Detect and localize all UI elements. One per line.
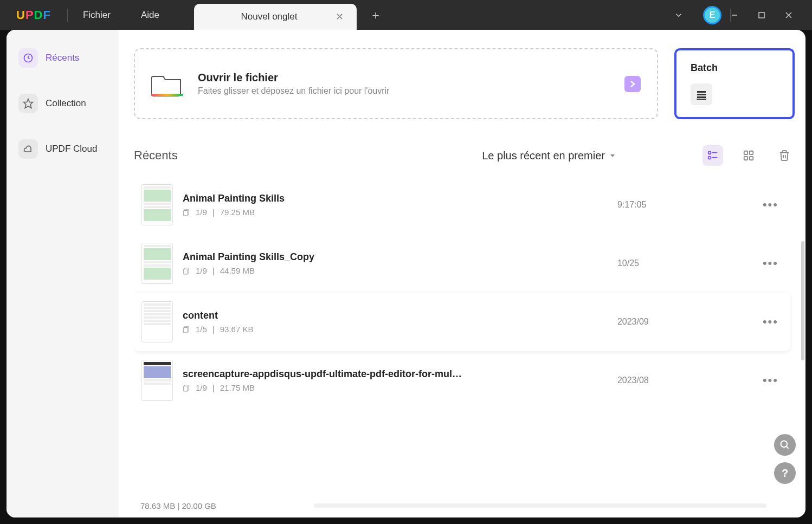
file-thumbnail [141, 301, 173, 342]
app-logo: UPDF [0, 8, 67, 22]
file-thumbnail [141, 184, 173, 225]
star-icon [18, 94, 38, 113]
svg-rect-1 [759, 12, 764, 18]
file-date: 10/25 [617, 258, 758, 268]
svg-rect-16 [750, 151, 753, 154]
tab-new[interactable]: Nouvel onglet ✕ [194, 4, 357, 30]
file-name: content [183, 310, 465, 321]
svg-rect-24 [184, 327, 188, 332]
file-thumbnail [141, 243, 173, 284]
help-button[interactable]: ? [774, 462, 796, 484]
sidebar-item-cloud[interactable]: UPDF Cloud [14, 134, 111, 164]
trash-icon [778, 150, 790, 161]
file-date: 9:17:05 [617, 200, 758, 210]
sidebar: Récents Collection UPDF Cloud [7, 30, 119, 517]
file-date: 2023/08 [617, 376, 758, 385]
sidebar-item-label: Collection [46, 98, 86, 109]
svg-rect-15 [744, 151, 747, 154]
pages-icon [183, 384, 190, 392]
file-row[interactable]: content 1/5|93.67 KB 2023/09 ••• [134, 293, 790, 351]
main-content: Ouvrir le fichier Faites glisser et dépo… [119, 30, 805, 517]
svg-rect-6 [151, 94, 183, 96]
tab-title: Nouvel onglet [205, 11, 333, 22]
menu-help[interactable]: Aide [126, 10, 175, 21]
svg-rect-13 [708, 157, 711, 159]
svg-rect-11 [708, 152, 711, 154]
file-meta: 1/9|44.59 MB [183, 266, 617, 275]
file-meta: 1/9|79.25 MB [183, 208, 617, 217]
file-more-button[interactable]: ••• [758, 310, 783, 333]
file-more-button[interactable]: ••• [758, 193, 783, 216]
stack-icon [695, 88, 708, 101]
sidebar-item-collection[interactable]: Collection [14, 88, 111, 119]
open-file-subtitle: Faites glisser et déposez un fichier ici… [198, 86, 609, 96]
file-thumbnail [141, 360, 173, 401]
file-row[interactable]: Animal Painting Skills 1/9|79.25 MB 9:17… [134, 176, 790, 234]
svg-rect-7 [697, 91, 706, 93]
file-meta: 1/9|21.75 MB [183, 383, 617, 392]
pages-icon [183, 267, 190, 275]
chevron-down-icon[interactable] [663, 10, 694, 20]
clock-icon [18, 48, 38, 68]
svg-rect-26 [184, 386, 188, 391]
svg-rect-18 [750, 157, 753, 160]
file-name: Animal Painting Skills_Copy [183, 251, 465, 263]
close-button[interactable] [785, 11, 812, 19]
recents-heading: Récents [134, 148, 178, 163]
batch-title: Batch [691, 62, 778, 74]
batch-combine-button[interactable] [691, 83, 712, 105]
open-file-card[interactable]: Ouvrir le fichier Faites glisser et dépo… [134, 48, 658, 119]
file-name: Animal Painting Skills [183, 193, 465, 204]
avatar[interactable]: E [703, 6, 721, 24]
minimize-button[interactable] [731, 11, 758, 19]
titlebar: UPDF Fichier Aide Nouvel onglet ✕ ＋ E [0, 0, 812, 30]
tab-add-button[interactable]: ＋ [357, 7, 395, 23]
delete-button[interactable] [774, 145, 795, 166]
file-row[interactable]: Animal Painting Skills_Copy 1/9|44.59 MB… [134, 234, 790, 293]
footer: 78.63 MB | 20.00 GB [134, 494, 795, 517]
close-icon[interactable]: ✕ [333, 9, 346, 25]
grid-icon [743, 150, 755, 161]
list-icon [707, 150, 719, 161]
file-more-button[interactable]: ••• [758, 252, 783, 275]
svg-line-28 [787, 447, 789, 449]
svg-point-27 [781, 441, 788, 448]
search-button[interactable] [774, 434, 796, 456]
sort-dropdown[interactable]: Le plus récent en premier [482, 150, 616, 162]
pages-icon [183, 326, 190, 333]
open-file-title: Ouvrir le fichier [198, 72, 609, 84]
svg-rect-8 [697, 94, 706, 95]
file-name: screencapture-appdisqus-updf-ultimate-pd… [183, 368, 465, 380]
open-arrow-button[interactable] [624, 76, 641, 92]
sidebar-item-recents[interactable]: Récents [14, 43, 111, 73]
storage-bar [314, 503, 766, 508]
search-icon [779, 439, 790, 450]
menu-file[interactable]: Fichier [68, 10, 126, 21]
pages-icon [183, 209, 190, 216]
svg-rect-20 [184, 210, 188, 215]
help-icon: ? [782, 467, 788, 480]
sidebar-item-label: UPDF Cloud [46, 144, 97, 154]
cloud-icon [18, 139, 38, 159]
storage-text: 78.63 MB | 20.00 GB [140, 501, 216, 510]
triangle-down-icon [609, 152, 616, 159]
batch-card: Batch [674, 48, 795, 119]
svg-rect-9 [697, 96, 706, 98]
grid-view-button[interactable] [738, 145, 759, 166]
file-date: 2023/09 [617, 317, 758, 327]
sidebar-item-label: Récents [46, 53, 79, 63]
svg-marker-5 [24, 99, 33, 108]
svg-marker-10 [610, 154, 615, 157]
svg-rect-22 [184, 269, 188, 274]
file-meta: 1/5|93.67 KB [183, 325, 617, 334]
file-more-button[interactable]: ••• [758, 369, 783, 392]
svg-rect-17 [744, 157, 747, 160]
scrollbar[interactable] [801, 241, 804, 360]
list-view-button[interactable] [703, 145, 723, 166]
file-list: Animal Painting Skills 1/9|79.25 MB 9:17… [134, 176, 795, 494]
file-row[interactable]: screencapture-appdisqus-updf-ultimate-pd… [134, 351, 790, 410]
folder-icon [151, 71, 183, 97]
maximize-button[interactable] [758, 11, 785, 19]
